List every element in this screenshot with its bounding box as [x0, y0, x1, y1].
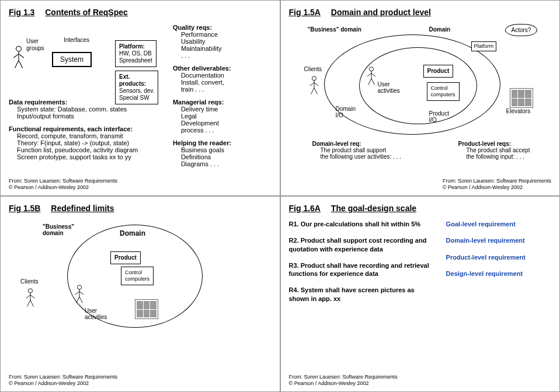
system-box: System [52, 52, 92, 67]
r3-text: R3. Product shall have recording and ret… [289, 261, 434, 278]
r1-level: Goal-level requirement [446, 220, 551, 228]
svg-line-9 [314, 83, 318, 86]
mgr-l3: Development [181, 120, 272, 127]
client-icon [309, 75, 319, 98]
svg-line-4 [15, 60, 19, 68]
quality-l1: Performance [181, 31, 272, 38]
domain-label: Domain [429, 26, 451, 33]
actors-cloud: Actors? [505, 24, 538, 36]
quality-heading: Quality reqs: [173, 24, 272, 31]
r4-text: R4. System shall have screen pictures as… [289, 286, 434, 303]
user-activities-label: User activities [378, 81, 400, 94]
r2-text: R2. Product shall support cost recording… [289, 236, 434, 253]
user-icon [12, 45, 25, 74]
platform-box: Platform [471, 41, 497, 51]
credit-line2: © Pearson / Addison-Wesley 2002 [289, 380, 369, 386]
credit-line1: From: Soren Lauesen: Software Requiremen… [443, 178, 551, 184]
svg-point-18 [28, 289, 32, 293]
ext-products-box: Ext. products: Sensors, dev. Special SW [115, 71, 158, 104]
credit-fig-1-6a: From: Soren Lauesen: Software Requiremen… [289, 374, 398, 387]
other-l1: Documentation [181, 72, 272, 79]
func-reqs-section: Functional requirements, each interface:… [9, 125, 156, 160]
title-prefix: Fig 1.3 [9, 8, 34, 17]
pl-heading: Product-level reqs: [458, 141, 558, 147]
svg-line-28 [76, 297, 79, 303]
svg-point-6 [312, 76, 316, 80]
product-box: Product [110, 251, 141, 264]
title-name: Domain and product level [331, 8, 431, 17]
ext-body: Sensors, dev. Special SW [119, 88, 154, 101]
clients-label: Clients [304, 66, 322, 72]
product-level-req: Product-level reqs: The product shall ac… [458, 141, 558, 160]
title-fig-1-5a: Fig 1.5A Domain and product level [289, 8, 552, 17]
quality-l3: Maintainability [181, 45, 272, 52]
clients-label: Clients [20, 278, 39, 285]
r1-text: R1. Our pre-calculations shall hit withi… [289, 220, 434, 228]
svg-line-14 [367, 74, 371, 76]
interfaces-label: Interfaces [64, 37, 89, 43]
title-name: Redefined limits [51, 204, 114, 213]
r3-level: Product-level requirement [446, 253, 551, 261]
user-groups-label: User groups [26, 38, 44, 51]
elevator-icon [510, 88, 533, 108]
panel-fig-1-5b: Fig 1.5B Redefined limits "Business" dom… [0, 196, 280, 392]
title-prefix: Fig 1.5B [9, 204, 40, 213]
mgr-l1: Delivery time [181, 106, 272, 113]
r4-level: Design-level requirement [446, 270, 551, 278]
svg-line-2 [13, 54, 19, 58]
svg-line-27 [79, 292, 84, 295]
func-reqs-line2: Theory: F(input, state) -> (output, stat… [17, 139, 156, 146]
data-reqs-line2: Input/output formats [17, 113, 156, 120]
product-box: Product [423, 65, 454, 78]
svg-line-3 [19, 54, 24, 58]
user-activities-label: User activities [85, 307, 107, 320]
domain-io-label: Domain I/O [336, 106, 356, 118]
quality-reqs-section: Quality reqs: Performance Usability Main… [173, 24, 272, 59]
elevator-icon [135, 299, 158, 319]
credit-line2: © Pearson / Addison-Wesley 2002 [9, 380, 89, 386]
domain-level-req: Domain-level req: The product shall supp… [312, 141, 418, 160]
platform-body: HW, OS, DB Spreadsheet [119, 50, 152, 64]
title-prefix: Fig 1.5A [289, 8, 321, 17]
credit-line1: From: Soren Lauesen: Software Requiremen… [9, 178, 117, 184]
title-name: The goal-design scale [331, 204, 416, 213]
product-io-label: Product I/O [429, 110, 449, 123]
reqspec-diagram: User groups Interfaces System Platform: … [9, 24, 156, 94]
managerial-reqs-section: Managerial reqs: Delivery time Legal Dev… [173, 99, 272, 134]
svg-point-12 [369, 67, 373, 71]
client-icon [25, 288, 36, 310]
user-icon [366, 66, 377, 89]
business-domain-label: "Business" domain [308, 26, 361, 33]
credit-line2: © Pearson / Addison-Wesley 2002 [443, 184, 523, 190]
svg-line-23 [30, 300, 33, 307]
ext-heading: Ext. products: [119, 74, 146, 87]
domain-label: Domain [120, 229, 145, 237]
elevators-label: Elevators [506, 108, 531, 114]
mgr-heading: Managerial reqs: [173, 99, 272, 106]
data-reqs-line1: System state: Database, comm. states [17, 106, 156, 113]
func-reqs-line1: Record, compute, transform, transmit [17, 132, 156, 139]
svg-line-8 [309, 83, 314, 86]
goal-design-table: R1. Our pre-calculations shall hit withi… [289, 220, 552, 311]
help-l1: Business goals [181, 146, 272, 153]
func-reqs-line4: Screen prototype, support tasks xx to yy [17, 153, 156, 160]
dl-l1: The product shall support [321, 147, 418, 153]
svg-line-17 [371, 79, 374, 85]
dl-heading: Domain-level req: [312, 141, 418, 147]
svg-line-20 [26, 295, 30, 298]
title-prefix: Fig 1.6A [289, 204, 321, 213]
quality-l4: . . . [181, 52, 272, 59]
pl-l2: the following input: . . . [467, 153, 558, 160]
user-icon [74, 284, 85, 307]
func-reqs-line3: Function list, pseudocode, activity diag… [17, 146, 156, 153]
svg-line-10 [311, 88, 314, 94]
svg-line-26 [75, 292, 79, 295]
svg-line-15 [371, 74, 375, 76]
redefined-limits-diagram: "Business" domain Domain Product Control… [9, 220, 272, 354]
credit-fig-1-3: From: Soren Lauesen: Software Requiremen… [9, 178, 117, 191]
title-fig-1-6a: Fig 1.6A The goal-design scale [289, 204, 552, 213]
credit-line1: From: Soren Lauesen: Software Requiremen… [289, 374, 398, 380]
credit-line2: © Pearson / Addison-Wesley 2002 [9, 184, 89, 190]
domain-product-diagram: "Business" domain Domain Actors? Platfor… [289, 24, 552, 176]
quality-l2: Usability [181, 38, 272, 45]
